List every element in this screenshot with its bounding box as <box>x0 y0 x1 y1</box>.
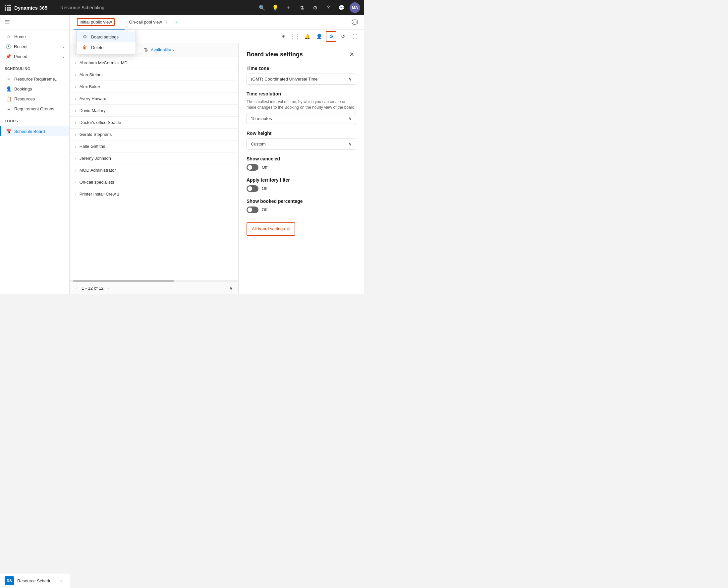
tab-initial-more-icon[interactable]: ⋮ <box>116 20 121 25</box>
time-resolution-select[interactable]: 15 minutes ∨ <box>247 113 356 124</box>
table-row[interactable]: › Jeremy Johnson <box>70 152 238 164</box>
pagination-prev-button[interactable]: ‹ <box>75 285 79 291</box>
pagination-next-button[interactable]: › <box>106 285 110 291</box>
show-booked-toggle[interactable] <box>247 207 258 213</box>
filter-icon[interactable]: ⚗ <box>297 2 307 13</box>
table-row[interactable]: › Halle Griffiths <box>70 141 238 152</box>
context-menu-item-board-settings[interactable]: ⚙ Board settings <box>77 31 135 42</box>
table-row[interactable]: › Alan Steiner <box>70 69 238 81</box>
req-groups-icon: ≡ <box>6 106 12 111</box>
scheduling-section: ≡ Resource Requireme... 👤 Bookings 📋 Res… <box>0 72 69 116</box>
refresh-icon-btn[interactable]: ↺ <box>338 31 348 42</box>
table-row[interactable]: › MOD Administrator <box>70 164 238 176</box>
time-resolution-section: Time resolution The smallest interval of… <box>247 91 356 124</box>
sidebar-item-pinned-label: Pinned <box>14 54 27 59</box>
settings-close-button[interactable]: ✕ <box>347 50 356 59</box>
hamburger-icon[interactable]: ☰ <box>5 19 10 26</box>
toolbar-right: ⊞ ⋮⋮ 🔔 👤 ⚙ ↺ ⛶ <box>278 31 360 42</box>
show-booked-label: Show booked percentage <box>247 198 356 204</box>
timezone-select[interactable]: (GMT) Coordinated Universal Time ∨ <box>247 74 356 85</box>
row-chevron-icon: › <box>75 192 76 196</box>
sidebar-toggle[interactable]: ☰ <box>0 15 69 29</box>
sort-icon[interactable]: ⇅ <box>144 47 148 53</box>
bookings-icon: 👤 <box>6 86 12 91</box>
sidebar-item-schedule-board[interactable]: 📅 Schedule Board <box>0 126 69 136</box>
resource-name: MOD Administrator <box>80 168 233 173</box>
content-area: 🔍 ⇅ Availability ∨ › Abraham McCormick M… <box>70 43 364 294</box>
resource-name: Halle Griffiths <box>80 144 233 149</box>
plus-icon[interactable]: ＋ <box>283 2 294 13</box>
table-row[interactable]: › David Mallory <box>70 105 238 117</box>
resource-name: Abraham McCormick MD <box>80 60 233 65</box>
tab-initial-public[interactable]: Initial public view ⋮ <box>73 15 125 29</box>
resources-icon: 📋 <box>6 96 12 101</box>
row-height-select[interactable]: Custom ∨ <box>247 139 356 149</box>
sidebar-item-recent[interactable]: 🕐 Recent ∨ <box>0 41 69 51</box>
table-row[interactable]: › Printer Install Crew 1 <box>70 188 238 200</box>
chat-icon[interactable]: 💬 <box>336 2 347 13</box>
resource-name: David Mallory <box>80 108 233 113</box>
table-row[interactable]: › Doctor's office Seattle <box>70 117 238 129</box>
sidebar-item-bookings[interactable]: 👤 Bookings <box>0 84 69 94</box>
row-chevron-icon: › <box>75 85 76 89</box>
expand-icon-btn[interactable]: ⛶ <box>349 31 360 42</box>
row-height-chevron-icon: ∨ <box>348 142 352 147</box>
settings-panel-title: Board view settings <box>247 51 303 58</box>
external-link-icon: ⧉ <box>287 226 290 232</box>
help-icon[interactable]: ？ <box>323 2 334 13</box>
columns-icon-btn[interactable]: ⋮⋮ <box>290 31 301 42</box>
apply-territory-toggle[interactable] <box>247 185 258 192</box>
brand: Dynamics 365 <box>14 5 47 10</box>
alert-icon-btn[interactable]: 🔔 <box>302 31 313 42</box>
waffle-menu[interactable] <box>4 4 12 12</box>
timezone-label: Time zone <box>247 66 356 71</box>
sidebar-item-resource-req[interactable]: ≡ Resource Requireme... <box>0 74 69 84</box>
apply-territory-toggle-row: Off <box>247 185 356 192</box>
table-row[interactable]: › Abraham McCormick MD <box>70 57 238 69</box>
sidebar-item-resources[interactable]: 📋 Resources <box>0 94 69 104</box>
resource-name: On-call specialists <box>80 180 233 185</box>
sidebar-item-requirement-groups[interactable]: ≡ Requirement Groups <box>0 104 69 114</box>
sidebar-item-home[interactable]: ⌂ Home <box>0 31 69 41</box>
all-settings-label: All board settings <box>252 226 285 231</box>
table-row[interactable]: › Gerald Stephens <box>70 129 238 141</box>
availability-button[interactable]: Availability ∨ <box>151 47 175 52</box>
board-view-icon-btn[interactable]: ⊞ <box>278 31 288 42</box>
gear-icon[interactable]: ⚙ <box>310 2 320 13</box>
search-icon[interactable]: 🔍 <box>257 2 267 13</box>
scheduling-heading: Scheduling <box>0 63 69 72</box>
table-row[interactable]: › Avery Howard <box>70 93 238 105</box>
sidebar: ☰ ⌂ Home 🕐 Recent ∨ 📌 Pinned ∨ <box>0 15 70 294</box>
sidebar-item-pinned[interactable]: 📌 Pinned ∨ <box>0 51 69 61</box>
pagination-nav: ‹ 1 - 12 of 12 › <box>75 285 110 291</box>
table-row[interactable]: › On-call specialists <box>70 176 238 188</box>
lightbulb-icon[interactable]: 💡 <box>270 2 281 13</box>
table-row[interactable]: › Alex Baker <box>70 81 238 93</box>
row-chevron-icon: › <box>75 61 76 65</box>
delete-icon: 🗑 <box>82 45 88 50</box>
top-nav: Dynamics 365 Resource Scheduling 🔍 💡 ＋ ⚗… <box>0 0 364 15</box>
tab-on-call-pool[interactable]: On-call pool view ⋮ <box>126 15 172 29</box>
context-menu-item-delete[interactable]: 🗑 Delete <box>77 42 135 53</box>
show-canceled-toggle-row: Off <box>247 164 356 171</box>
board-settings-icon: ⚙ <box>82 34 88 39</box>
tab-on-call-more-icon[interactable]: ⋮ <box>164 20 169 25</box>
tab-add-button[interactable]: + <box>173 18 181 26</box>
time-resolution-chevron-icon: ∨ <box>348 116 352 121</box>
tab-initial-public-label: Initial public view <box>77 18 115 26</box>
nav-divider <box>55 4 55 12</box>
row-chevron-icon: › <box>75 180 76 184</box>
schedule-board-icon: 📅 <box>6 129 12 134</box>
collapse-icon[interactable]: ∧ <box>229 285 233 291</box>
show-canceled-toggle[interactable] <box>247 164 258 171</box>
all-board-settings-link[interactable]: All board settings ⧉ <box>247 223 295 236</box>
resource-name: Alex Baker <box>80 84 233 89</box>
timezone-chevron-icon: ∨ <box>348 77 352 82</box>
resource-icon-btn[interactable]: 👤 <box>314 31 324 42</box>
resource-name: Alan Steiner <box>80 72 233 77</box>
row-chevron-icon: › <box>75 73 76 77</box>
chat-panel-icon[interactable]: 💬 <box>349 17 360 28</box>
avatar[interactable]: MA <box>349 2 360 13</box>
settings-icon-btn[interactable]: ⚙ <box>326 31 336 42</box>
row-height-section: Row height Custom ∨ <box>247 131 356 149</box>
